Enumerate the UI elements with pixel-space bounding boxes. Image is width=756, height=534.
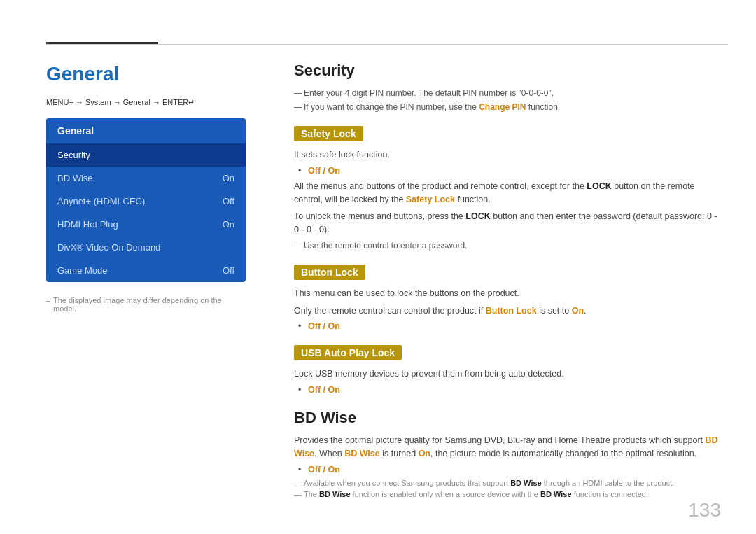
usb-auto-play-heading: USB Auto Play Lock [294, 345, 402, 360]
safety-lock-desc3: To unlock the menus and buttons, press t… [294, 210, 721, 237]
security-section-title: Security [294, 62, 721, 80]
nav-item-bdwise[interactable]: BD Wise On [46, 167, 246, 190]
safety-lock-note: Use the remote control to enter a passwo… [294, 241, 721, 251]
left-panel: General MENU≡ → System → General → ENTER… [0, 49, 273, 534]
page-title: General [46, 63, 245, 85]
breadcrumb-text: MENU≡ → System → General → ENTER↵ [46, 98, 195, 106]
nav-item-hdmi-hot-plug[interactable]: HDMI Hot Plug On [46, 213, 246, 236]
bd-wise-title: BD Wise [294, 409, 721, 427]
safety-lock-desc2: All the menus and buttons of the product… [294, 180, 721, 206]
nav-item-value: Off [223, 265, 234, 276]
security-note1: Enter your 4 digit PIN number. The defau… [294, 88, 721, 98]
nav-item-value: On [223, 173, 234, 183]
bd-wise-bullet: Off / On [308, 465, 721, 475]
usb-auto-play-desc1: Lock USB memory devices to prevent them … [294, 367, 721, 381]
button-lock-bullet: Off / On [308, 321, 721, 331]
safety-lock-bullet-text: Off / On [308, 166, 340, 176]
nav-item-label: HDMI Hot Plug [57, 219, 118, 230]
button-lock-desc1: This menu can be used to lock the button… [294, 287, 721, 300]
security-note2: If you want to change the PIN number, us… [294, 102, 721, 112]
nav-item-value: Off [223, 196, 234, 206]
nav-item-game-mode[interactable]: Game Mode Off [46, 259, 246, 282]
change-pin-link: Change PIN [479, 102, 526, 112]
nav-item-security[interactable]: Security [46, 143, 246, 167]
breadcrumb: MENU≡ → System → General → ENTER↵ [46, 98, 245, 107]
bd-wise-note2: The BD Wise function is enabled only whe… [294, 490, 721, 498]
usb-auto-play-bullet: Off / On [308, 385, 721, 395]
nav-item-value: On [223, 219, 234, 230]
button-lock-heading: Button Lock [294, 265, 365, 280]
right-panel: Security Enter your 4 digit PIN number. … [273, 49, 756, 534]
nav-menu: General Security BD Wise On Anynet+ (HDM… [46, 118, 246, 282]
nav-item-label: Security [57, 150, 90, 160]
bd-wise-desc1: Provides the optimal picture quality for… [294, 434, 721, 461]
button-lock-desc2: Only the remote control can control the … [294, 304, 721, 318]
nav-item-label: Game Mode [57, 265, 108, 276]
bd-wise-note1: Available when you connect Samsung produ… [294, 479, 721, 487]
nav-item-label: DivX® Video On Demand [57, 242, 160, 253]
safety-lock-desc1: It sets safe lock function. [294, 148, 721, 162]
safety-lock-bullet: Off / On [308, 166, 721, 176]
footnote-left: The displayed image may differ depending… [46, 296, 245, 313]
safety-lock-heading: Safety Lock [294, 126, 363, 141]
nav-item-divx[interactable]: DivX® Video On Demand [46, 236, 246, 259]
nav-item-label: Anynet+ (HDMI-CEC) [57, 196, 145, 206]
nav-menu-header: General [46, 118, 246, 143]
page-number: 133 [688, 499, 721, 521]
nav-item-label: BD Wise [57, 173, 93, 183]
nav-item-anynet[interactable]: Anynet+ (HDMI-CEC) Off [46, 190, 246, 213]
